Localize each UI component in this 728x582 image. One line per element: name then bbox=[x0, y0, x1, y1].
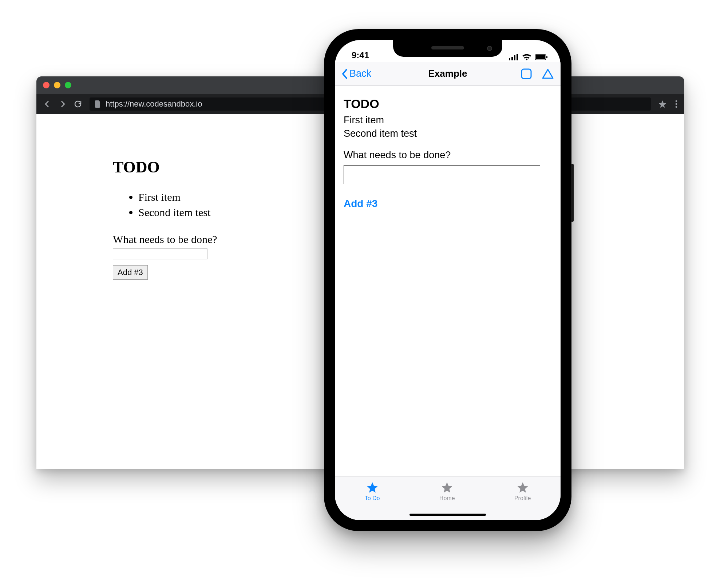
close-window-button[interactable] bbox=[43, 82, 50, 88]
star-icon bbox=[441, 481, 453, 494]
status-time: 9:41 bbox=[352, 50, 369, 60]
notch bbox=[393, 40, 502, 57]
tab-label: To Do bbox=[365, 495, 380, 502]
url-text: https://new.codesandbox.io bbox=[106, 99, 202, 109]
tab-home[interactable]: Home bbox=[439, 481, 455, 502]
todo-input[interactable] bbox=[344, 165, 540, 184]
bookmark-star-icon[interactable] bbox=[658, 100, 667, 108]
svg-rect-8 bbox=[536, 55, 545, 59]
back-label: Back bbox=[349, 68, 371, 79]
nav-bar: Back Example bbox=[335, 62, 561, 86]
speaker-grille bbox=[431, 46, 464, 49]
todo-input[interactable] bbox=[113, 248, 207, 259]
svg-point-2 bbox=[676, 106, 677, 108]
phone-content: TODO First item Second item test What ne… bbox=[335, 86, 561, 477]
maximize-window-button[interactable] bbox=[65, 82, 71, 88]
wifi-icon bbox=[522, 54, 531, 60]
nav-title: Example bbox=[428, 68, 467, 79]
svg-rect-9 bbox=[546, 56, 547, 58]
svg-rect-5 bbox=[514, 55, 515, 60]
square-outline-icon[interactable] bbox=[521, 68, 532, 80]
phone-screen: 9:41 Back Examp bbox=[335, 40, 561, 520]
tab-profile[interactable]: Profile bbox=[514, 481, 531, 502]
back-icon[interactable] bbox=[43, 100, 52, 108]
svg-rect-6 bbox=[517, 54, 518, 60]
list-item: First item bbox=[344, 115, 552, 126]
svg-point-1 bbox=[676, 103, 677, 105]
tab-label: Profile bbox=[514, 495, 531, 502]
todo-list: First item Second item test bbox=[344, 115, 552, 139]
battery-icon bbox=[535, 54, 547, 60]
svg-rect-3 bbox=[509, 58, 510, 60]
add-link[interactable]: Add #3 bbox=[344, 198, 552, 210]
back-button[interactable]: Back bbox=[341, 68, 371, 79]
svg-rect-4 bbox=[511, 57, 513, 60]
front-camera bbox=[487, 46, 492, 51]
triangle-outline-icon[interactable] bbox=[542, 68, 554, 80]
svg-rect-10 bbox=[522, 69, 531, 79]
tab-todo[interactable]: To Do bbox=[365, 481, 380, 502]
forward-icon[interactable] bbox=[58, 100, 67, 108]
star-icon bbox=[366, 481, 379, 494]
reload-icon[interactable] bbox=[74, 100, 82, 108]
home-indicator[interactable] bbox=[410, 514, 486, 516]
star-icon bbox=[517, 481, 529, 494]
cellular-signal-icon bbox=[509, 54, 518, 60]
tab-label: Home bbox=[439, 495, 455, 502]
menu-kebab-icon[interactable] bbox=[675, 100, 678, 108]
minimize-window-button[interactable] bbox=[54, 82, 60, 88]
side-button bbox=[571, 164, 574, 222]
phone-device: 9:41 Back Examp bbox=[324, 29, 571, 531]
svg-point-0 bbox=[676, 100, 677, 102]
content-heading: TODO bbox=[344, 97, 552, 111]
page-icon bbox=[95, 100, 101, 108]
add-button[interactable]: Add #3 bbox=[113, 265, 148, 280]
input-label: What needs to be done? bbox=[344, 150, 552, 161]
window-controls bbox=[43, 82, 71, 88]
list-item: Second item test bbox=[344, 128, 552, 139]
